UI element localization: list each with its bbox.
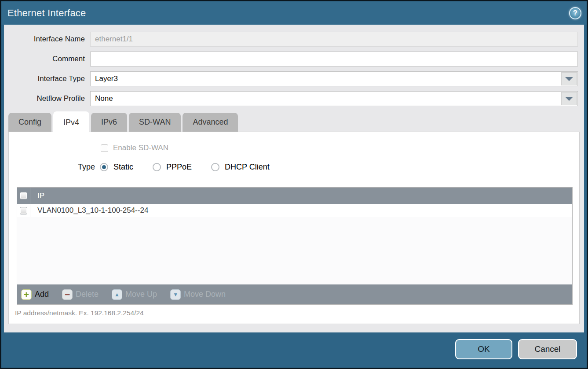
radio-option-pppoe[interactable]: PPPoE: [153, 162, 192, 172]
move-up-button[interactable]: ▲ Move Up: [112, 289, 157, 300]
netflow-profile-label: Netflow Profile: [4, 94, 90, 103]
dialog-footer: OK Cancel: [1, 331, 587, 368]
cancel-button[interactable]: Cancel: [518, 339, 577, 359]
comment-label: Comment: [4, 55, 90, 63]
arrow-up-icon: ▲: [112, 289, 122, 300]
row-checkbox[interactable]: [20, 207, 27, 214]
ethernet-interface-dialog: Ethernet Interface ? Interface Name ethe…: [0, 0, 588, 369]
help-icon[interactable]: ?: [569, 7, 581, 19]
move-down-button-label: Move Down: [184, 290, 226, 299]
radio-label-dhcp-client: DHCP Client: [225, 162, 270, 172]
interface-name-label: Interface Name: [4, 35, 90, 44]
interface-type-dropdown-button[interactable]: [561, 72, 577, 85]
table-toolbar: + Add − Delete ▲ Move Up ▼ Move Down: [17, 284, 572, 304]
enable-sdwan-checkbox[interactable]: [101, 144, 108, 152]
chevron-down-icon: [565, 97, 573, 101]
tab-bar: Config IPv4 IPv6 SD-WAN Advanced: [8, 111, 584, 132]
select-all-checkbox[interactable]: [20, 192, 27, 199]
table-row[interactable]: VLAN0100_L3_10-1-100-254--24: [17, 204, 572, 217]
form-row-interface-name: Interface Name ethernet1/1: [4, 32, 578, 47]
delete-button[interactable]: − Delete: [62, 289, 99, 300]
enable-sdwan-row: Enable SD-WAN: [9, 132, 579, 152]
arrow-down-icon: ▼: [170, 289, 181, 300]
radio-icon[interactable]: [153, 163, 161, 171]
radio-icon[interactable]: [211, 163, 219, 171]
add-button-label: Add: [35, 290, 49, 299]
minus-icon: −: [62, 289, 73, 300]
dialog-titlebar: Ethernet Interface ?: [1, 1, 587, 25]
radio-label-pppoe: PPPoE: [166, 162, 192, 172]
radio-option-dhcp-client[interactable]: DHCP Client: [211, 162, 270, 172]
form-row-interface-type: Interface Type Layer3: [4, 71, 578, 86]
ip-format-hint: IP address/netmask. Ex. 192.168.2.254/24: [15, 309, 144, 317]
netflow-profile-dropdown-button[interactable]: [561, 92, 577, 105]
enable-sdwan-label: Enable SD-WAN: [113, 144, 168, 152]
interface-form: Interface Name ethernet1/1 Comment Inter…: [4, 25, 584, 106]
tab-ipv6[interactable]: IPv6: [91, 113, 127, 132]
ip-address-table: IP VLAN0100_L3_10-1-100-254--24 + Add: [17, 187, 573, 305]
dialog-title: Ethernet Interface: [7, 7, 86, 19]
radio-option-static[interactable]: Static: [100, 162, 133, 172]
table-header: IP: [17, 188, 572, 204]
tab-ipv4[interactable]: IPv4: [53, 111, 89, 132]
dialog-content: Interface Name ethernet1/1 Comment Inter…: [4, 25, 584, 332]
netflow-profile-value: None: [91, 92, 577, 106]
column-header-ip: IP: [30, 192, 44, 200]
add-button[interactable]: + Add: [21, 289, 49, 300]
interface-type-dropdown[interactable]: Layer3: [90, 71, 578, 86]
delete-button-label: Delete: [76, 290, 99, 299]
tab-advanced[interactable]: Advanced: [183, 113, 238, 132]
plus-icon: +: [21, 289, 32, 300]
form-row-netflow-profile: Netflow Profile None: [4, 91, 578, 106]
radio-icon[interactable]: [100, 163, 108, 171]
netflow-profile-dropdown[interactable]: None: [90, 91, 578, 106]
move-down-button[interactable]: ▼ Move Down: [170, 289, 226, 300]
radio-label-static: Static: [113, 162, 133, 172]
ok-button[interactable]: OK: [455, 339, 512, 359]
table-body: VLAN0100_L3_10-1-100-254--24: [17, 204, 572, 284]
form-row-comment: Comment: [4, 52, 578, 66]
move-up-button-label: Move Up: [125, 290, 157, 299]
tab-sd-wan[interactable]: SD-WAN: [129, 113, 181, 132]
interface-name-field: ethernet1/1: [90, 32, 578, 47]
comment-field[interactable]: [90, 52, 578, 66]
chevron-down-icon: [565, 77, 573, 81]
ip-cell: VLAN0100_L3_10-1-100-254--24: [30, 206, 148, 215]
interface-type-value: Layer3: [91, 72, 577, 86]
ipv4-tab-panel: Enable SD-WAN Type Static PPPoE DHCP Cli…: [8, 132, 580, 324]
tab-config[interactable]: Config: [8, 113, 51, 132]
type-label: Type: [78, 162, 95, 172]
type-radio-group: Type Static PPPoE DHCP Client: [78, 162, 579, 172]
interface-type-label: Interface Type: [4, 74, 90, 83]
